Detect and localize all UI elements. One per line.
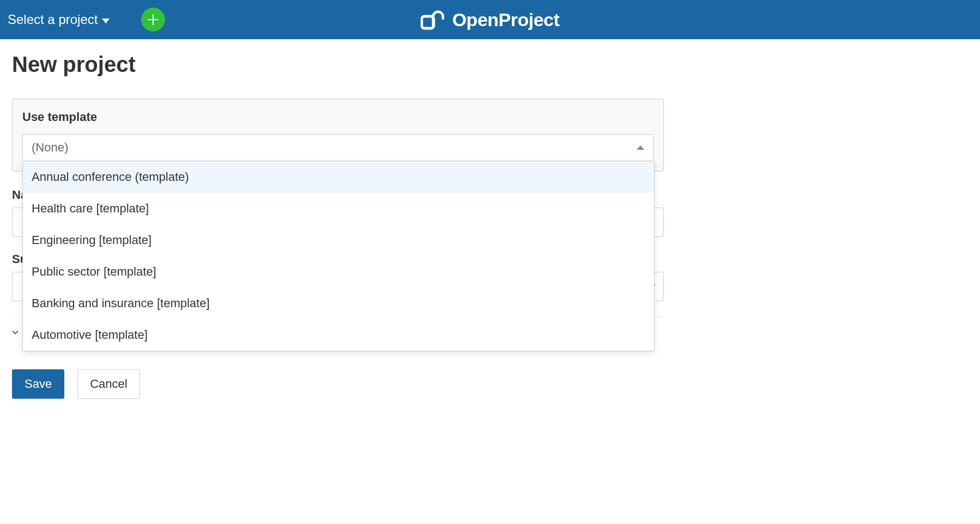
project-selector-label: Select a project xyxy=(8,12,98,27)
cancel-button[interactable]: Cancel xyxy=(77,369,140,399)
chevron-up-icon xyxy=(637,145,644,150)
template-option[interactable]: Banking and insurance [template] xyxy=(23,288,654,319)
save-button[interactable]: Save xyxy=(12,369,64,399)
caret-down-icon xyxy=(102,19,110,23)
chevron-down-icon: ⌵ xyxy=(12,324,19,337)
brand-logo: OpenProject xyxy=(421,9,560,31)
top-bar: Select a project OpenProject xyxy=(0,0,980,39)
svg-rect-0 xyxy=(422,16,434,28)
brand-text: OpenProject xyxy=(452,9,560,31)
template-option[interactable]: Engineering [template] xyxy=(23,224,654,256)
project-selector[interactable]: Select a project xyxy=(8,12,110,27)
openproject-icon xyxy=(421,9,447,31)
plus-icon xyxy=(146,13,160,27)
add-button[interactable] xyxy=(141,8,165,32)
page-content: New project Use template (None) Annual c… xyxy=(0,39,676,412)
template-select-wrapper: (None) Annual conference (template) Heal… xyxy=(22,134,654,161)
template-dropdown: Annual conference (template) Health care… xyxy=(22,161,655,351)
form-buttons: Save Cancel xyxy=(12,369,664,399)
template-option[interactable]: Health care [template] xyxy=(23,193,654,224)
template-fieldset: Use template (None) Annual conference (t… xyxy=(12,99,664,172)
template-selected-value: (None) xyxy=(32,141,68,155)
template-option[interactable]: Public sector [template] xyxy=(23,256,654,288)
template-option[interactable]: Automotive [template] xyxy=(23,319,654,351)
template-label: Use template xyxy=(22,110,654,124)
template-select[interactable]: (None) xyxy=(22,134,654,161)
page-title: New project xyxy=(12,52,664,77)
template-option[interactable]: Annual conference (template) xyxy=(23,161,654,193)
